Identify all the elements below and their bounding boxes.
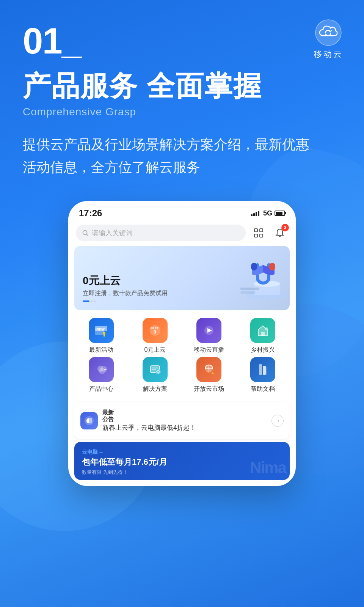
cloud-pc-label: 云电脑 -- [82, 449, 282, 456]
cloud-pc-subtitle: 数量有限 先到先得！ [82, 469, 282, 476]
banner-title: 0元上云 [83, 274, 281, 288]
description-text: 提供云产品及行业场景解决方案介绍，最新优惠活动信息，全方位了解云服务 [23, 133, 311, 178]
cloud-pc-title: 包年低至每月17.6元/月 [82, 457, 282, 467]
svg-rect-49 [89, 418, 92, 423]
phone-container: 17:26 5G 请输入关键词 [0, 201, 364, 486]
icon-product[interactable]: 产品中心 [82, 357, 120, 393]
icon-newest-label: 最新活动 [89, 346, 113, 354]
icon-free[interactable]: FREE 0 0元上云 [136, 318, 174, 354]
svg-line-2 [86, 234, 88, 236]
phone-mockup: 17:26 5G 请输入关键词 [68, 201, 296, 486]
icon-free-label: 0元上云 [144, 346, 166, 354]
search-bar[interactable]: 请输入关键词 [76, 225, 246, 241]
icon-solution-label: 解决方案 [143, 385, 167, 393]
svg-text:0: 0 [154, 329, 156, 335]
svg-rect-11 [269, 263, 275, 270]
banner-dots [83, 300, 281, 302]
svg-rect-5 [254, 234, 257, 237]
icon-market[interactable]: 开放云市场 [190, 357, 228, 393]
search-area: 请输入关键词 3 [68, 222, 296, 246]
svg-rect-10 [251, 263, 257, 270]
icon-row-1: NEW 最新活动 FREE 0 [74, 318, 290, 354]
network-indicator: 5G [263, 209, 272, 217]
status-time: 17:26 [79, 208, 102, 219]
icon-product-label: 产品中心 [89, 385, 113, 393]
search-row: 请输入关键词 3 [76, 225, 288, 241]
svg-rect-46 [263, 366, 266, 375]
logo-area: 移动云 [314, 19, 343, 60]
subtitle-en: Comprehensive Grasp [23, 106, 341, 118]
icon-market-label: 开放云市场 [194, 385, 224, 393]
logo-icon [315, 19, 342, 46]
announcement-arrow[interactable]: → [271, 415, 284, 427]
svg-point-18 [103, 332, 105, 334]
svg-rect-4 [260, 229, 263, 232]
svg-text:NEW: NEW [97, 327, 105, 331]
notification-badge: 3 [281, 224, 289, 231]
announcement-icon [80, 412, 98, 429]
announcement-content: 最新公告 新春上云季，云电脑最低4折起！ [102, 409, 267, 432]
icon-docs-label: 帮助文档 [251, 385, 275, 393]
icon-row-2: 产品中心 [74, 357, 290, 393]
search-icon [82, 230, 89, 236]
svg-point-28 [99, 368, 105, 374]
notification-button[interactable]: 3 [271, 225, 288, 241]
status-icons: 5G [251, 209, 285, 217]
announcement-text: 新春上云季，云电脑最低4折起！ [102, 423, 267, 432]
svg-rect-25 [261, 332, 265, 336]
svg-rect-3 [254, 229, 257, 232]
status-bar: 17:26 5G [68, 201, 296, 222]
announcement-title: 最新公告 [102, 409, 267, 423]
main-title: 产品服务 全面掌握 [23, 71, 341, 101]
header-section: 移动云 01_ 产品服务 全面掌握 Comprehensive Grasp 提供… [0, 0, 364, 178]
logo-text: 移动云 [314, 49, 343, 60]
signal-icon [251, 210, 259, 216]
svg-rect-45 [259, 364, 262, 375]
announcement-bar[interactable]: 最新公告 新春上云季，云电脑最低4折起！ → [74, 402, 290, 439]
banner-subtitle: 立即注册，数十款产品免费试用 [83, 289, 281, 297]
icon-live[interactable]: 移动云直播 [190, 318, 228, 354]
battery-icon [275, 211, 285, 216]
icon-newest[interactable]: NEW 最新活动 [82, 318, 120, 354]
icon-rural[interactable]: 乡村振兴 [244, 318, 282, 354]
section-number: 01_ [23, 23, 341, 59]
svg-rect-6 [260, 234, 263, 237]
svg-rect-47 [267, 367, 267, 375]
hero-banner[interactable]: 0元上云 立即注册，数十款产品免费试用 [74, 246, 290, 310]
scan-button[interactable] [250, 225, 267, 241]
icon-grid: NEW 最新活动 FREE 0 [68, 315, 296, 399]
icon-rural-label: 乡村振兴 [251, 346, 275, 354]
search-placeholder: 请输入关键词 [92, 228, 133, 237]
icon-solution[interactable]: 解决方案 [136, 357, 174, 393]
svg-marker-44 [211, 372, 214, 375]
cloud-pc-banner[interactable]: 云电脑 -- 包年低至每月17.6元/月 数量有限 先到先得！ Nima [74, 442, 290, 480]
icon-docs[interactable]: 帮助文档 [244, 357, 282, 393]
icon-live-label: 移动云直播 [194, 346, 224, 354]
